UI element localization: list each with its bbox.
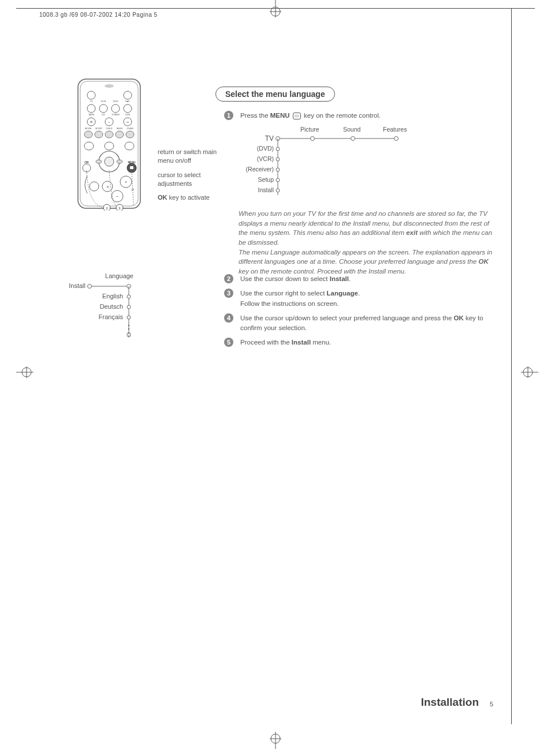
svg-point-50: [96, 160, 102, 163]
svg-point-43: [116, 131, 124, 138]
crop-mark-icon: [267, 0, 284, 17]
menu-col-features: Features: [383, 126, 407, 133]
svg-text:TUNER: TUNER: [111, 113, 120, 116]
svg-text:MOVIE: MOVIE: [85, 128, 92, 130]
svg-point-78: [276, 178, 280, 182]
svg-point-90: [128, 333, 129, 334]
svg-point-84: [127, 295, 131, 298]
crop-mark-icon: [267, 732, 284, 749]
svg-text:CHILD: CHILD: [106, 128, 113, 130]
steps-2to5: 2 Use the cursor down to select Install.…: [224, 274, 493, 353]
svg-point-47: [125, 142, 134, 150]
step3-row: 3 Use the cursor right to select Languag…: [224, 289, 493, 309]
step5-row: 5 Proceed with the Install menu.: [224, 338, 493, 347]
svg-text:OTHER: OTHER: [126, 128, 134, 130]
page-margin-line: [511, 8, 512, 724]
remote-label-menu: return or switch main menu on/off: [158, 148, 227, 165]
crop-mark-icon: [521, 364, 538, 381]
lang-item-deutsch: Deutsch: [95, 303, 123, 310]
svg-point-72: [351, 137, 355, 141]
svg-text:⊞: ⊞: [90, 120, 92, 123]
svg-point-21: [87, 104, 95, 113]
svg-rect-56: [130, 166, 133, 169]
step-badge-4: 4: [224, 313, 233, 323]
svg-text:SAT: SAT: [125, 100, 130, 103]
svg-point-22: [99, 104, 107, 113]
svg-point-79: [276, 189, 280, 192]
remote-label-ok: OK key to activate: [158, 193, 227, 202]
remote-illustration: TV VCR DVD SAT TAPE CD TUNER CDR ⊞ i+ tx…: [77, 78, 143, 213]
svg-point-41: [95, 131, 103, 138]
lang-item-english: English: [95, 293, 123, 300]
svg-text:OK: OK: [84, 160, 89, 164]
svg-point-75: [276, 147, 280, 151]
menu-key-icon: ▭: [293, 113, 301, 119]
svg-point-16: [124, 91, 132, 99]
svg-point-71: [311, 137, 315, 141]
svg-point-42: [105, 131, 113, 138]
remote-label-block: return or switch main menu on/off cursor…: [158, 148, 227, 202]
svg-point-46: [105, 142, 114, 150]
svg-point-81: [88, 285, 92, 289]
footer-page-number: 5: [490, 701, 493, 708]
svg-point-87: [128, 325, 129, 326]
menu-row-tv: TV: [261, 134, 274, 143]
remote-label-cursor: cursor to select adjustments: [158, 171, 227, 188]
svg-point-14: [105, 84, 114, 88]
svg-point-23: [111, 104, 120, 113]
section-title: Select the menu language: [215, 87, 335, 102]
svg-text:+: +: [125, 179, 128, 185]
svg-text:TV: TV: [90, 100, 93, 103]
svg-point-15: [87, 91, 95, 99]
svg-point-40: [84, 131, 92, 138]
menu-row-dvd: (DVD): [251, 145, 274, 152]
svg-text:TAPE: TAPE: [88, 113, 94, 116]
lang-item-francais: Français: [95, 313, 123, 320]
svg-text:DVD: DVD: [113, 100, 118, 103]
note-block: When you turn on your TV for the first t…: [239, 209, 493, 276]
step4-row: 4 Use the cursor up/down to select your …: [224, 313, 493, 334]
svg-point-51: [117, 160, 122, 163]
step-badge-2: 2: [224, 274, 233, 283]
lang-header: Language: [105, 272, 133, 279]
svg-point-45: [84, 142, 94, 150]
svg-point-85: [127, 305, 131, 309]
svg-text:✕: ✕: [106, 185, 109, 189]
svg-text:NEWS: NEWS: [117, 128, 123, 130]
step1-text: Press the MENU ▭ key on the remote contr…: [240, 111, 381, 121]
step-badge-1: 1: [224, 111, 233, 120]
svg-text:CD: CD: [102, 113, 105, 116]
step1-row: 1 Press the MENU ▭ key on the remote con…: [224, 111, 493, 125]
svg-point-24: [124, 104, 132, 113]
footer-section-title: Installation: [421, 696, 479, 709]
svg-point-86: [127, 316, 131, 319]
svg-point-64: [90, 182, 99, 191]
menu-row-setup: Setup: [251, 176, 274, 183]
step-badge-5: 5: [224, 338, 233, 347]
crop-mark-icon: [16, 364, 33, 381]
svg-point-77: [276, 168, 280, 171]
menu-row-vcr: (VCR): [251, 155, 274, 162]
svg-point-88: [128, 328, 129, 330]
svg-text:−: −: [116, 194, 119, 199]
step2-row: 2 Use the cursor down to select Install.: [224, 274, 493, 284]
menu-row-install: Install: [251, 186, 274, 193]
lang-root: Install: [66, 282, 85, 289]
step-badge-3: 3: [224, 289, 233, 298]
menu-col-sound: Sound: [343, 126, 360, 133]
svg-point-91: [128, 335, 129, 336]
svg-point-76: [276, 158, 280, 161]
svg-point-73: [394, 137, 399, 141]
menu-row-receiver: (Receiver): [240, 166, 274, 173]
crop-header-text: 1008.3 gb /69 08-07-2002 14:20 Pagina 5: [39, 12, 158, 18]
svg-text:SPORT: SPORT: [95, 128, 103, 130]
menu-col-picture: Picture: [300, 126, 319, 133]
svg-text:CDR: CDR: [125, 113, 131, 116]
svg-point-44: [126, 131, 134, 138]
tv-menu-diagram: Picture Sound Features TV (DVD) (VCR) (R…: [240, 126, 408, 203]
svg-point-49: [105, 157, 114, 166]
svg-text:VCR: VCR: [101, 100, 106, 103]
